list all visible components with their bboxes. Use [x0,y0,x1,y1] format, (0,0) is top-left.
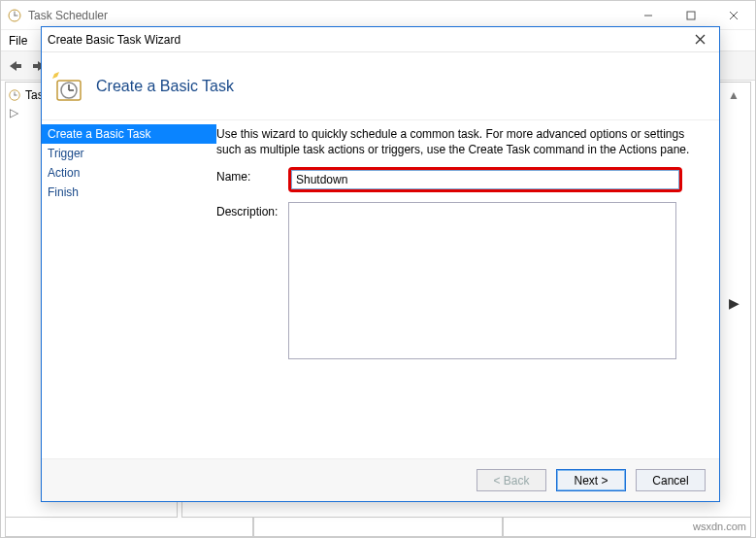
back-button: < Back [477,469,546,491]
task-scheduler-icon [7,8,22,23]
wizard-titlebar[interactable]: Create Basic Task Wizard [42,27,719,52]
wizard-header: Create a Basic Task [42,52,719,120]
wizard-title: Create Basic Task Wizard [48,33,181,47]
nav-step-create[interactable]: Create a Basic Task [42,124,216,144]
minimize-button[interactable] [627,1,670,29]
maximize-button[interactable] [670,1,712,29]
name-highlight [288,167,682,192]
cancel-button[interactable]: Cancel [636,469,706,491]
name-input[interactable] [291,170,679,189]
panel-chevron-up-icon[interactable]: ▲ [728,88,740,102]
svg-marker-14 [52,72,59,79]
create-basic-task-wizard: Create Basic Task Wizard Create a Basic … [41,26,720,502]
wizard-nav: Create a Basic Task Trigger Action Finis… [42,120,216,458]
nav-step-action[interactable]: Action [42,163,216,183]
close-button[interactable] [712,1,755,29]
wizard-form: Use this wizard to quickly schedule a co… [216,120,719,458]
menu-file[interactable]: File [9,34,27,48]
name-label: Name: [216,167,288,184]
svg-rect-4 [687,12,695,19]
svg-rect-7 [16,64,21,68]
wizard-heading: Create a Basic Task [96,78,234,95]
next-button[interactable]: Next > [556,469,626,491]
chevron-right-icon[interactable]: ▷ [8,106,19,119]
watermark: wsxdn.com [693,521,746,532]
description-label: Description: [216,202,288,219]
nav-step-finish[interactable]: Finish [42,183,216,202]
window-controls [627,1,755,29]
parent-title: Task Scheduler [28,9,108,22]
panel-chevron-right-icon[interactable]: ▶ [729,295,740,311]
description-input[interactable] [288,202,676,359]
back-arrow-icon[interactable] [5,55,26,77]
wizard-button-bar: < Back Next > Cancel [42,458,719,501]
wizard-intro-text: Use this wizard to quickly schedule a co… [216,126,706,157]
status-bar [5,518,751,537]
wizard-close-button[interactable] [686,30,713,50]
panel-spacer [732,503,735,517]
wizard-header-icon [51,71,82,102]
svg-rect-8 [33,64,39,68]
nav-step-trigger[interactable]: Trigger [42,144,216,163]
